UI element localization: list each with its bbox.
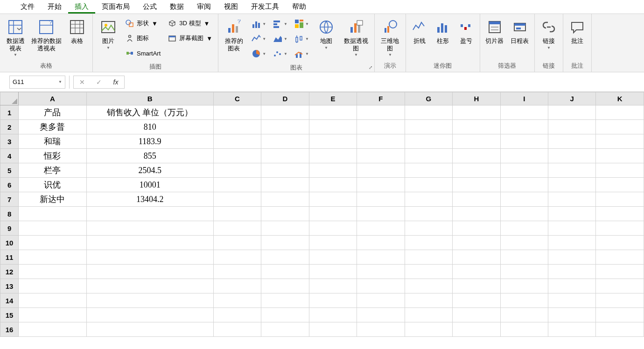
formula-input[interactable] xyxy=(125,76,644,89)
cell-I15[interactable] xyxy=(500,308,548,322)
cell-A16[interactable] xyxy=(19,322,86,337)
row-header-15[interactable]: 15 xyxy=(0,308,19,322)
row-header-3[interactable]: 3 xyxy=(0,134,19,149)
column-header-H[interactable]: H xyxy=(453,92,501,105)
shapes-button[interactable]: 形状 ▼ xyxy=(123,17,163,30)
cell-E16[interactable] xyxy=(309,322,357,337)
cell-D4[interactable] xyxy=(261,149,309,163)
cell-A9[interactable] xyxy=(19,221,86,236)
cell-K16[interactable] xyxy=(596,322,644,337)
column-header-E[interactable]: E xyxy=(309,92,357,105)
cell-H12[interactable] xyxy=(453,265,501,279)
pivot-chart-button[interactable]: 数据透视图 ▼ xyxy=(341,17,371,59)
cell-J3[interactable] xyxy=(548,134,596,149)
cell-J13[interactable] xyxy=(548,279,596,293)
spreadsheet-grid[interactable]: ABCDEFGHIJK1产品销售收入 单位（万元）2奥多普8103和瑞1183.… xyxy=(0,92,644,337)
cell-E11[interactable] xyxy=(309,250,357,265)
column-header-B[interactable]: B xyxy=(86,92,213,105)
cell-J14[interactable] xyxy=(548,293,596,308)
cell-B15[interactable] xyxy=(86,308,213,322)
cell-H1[interactable] xyxy=(453,105,501,120)
menu-home[interactable]: 开始 xyxy=(41,0,68,14)
cell-A12[interactable] xyxy=(19,265,86,279)
menu-formulas[interactable]: 公式 xyxy=(136,0,163,14)
cell-E9[interactable] xyxy=(309,221,357,236)
cell-C14[interactable] xyxy=(213,293,261,308)
cell-B3[interactable]: 1183.9 xyxy=(86,134,213,149)
cell-G8[interactable] xyxy=(405,207,453,221)
cell-G13[interactable] xyxy=(405,279,453,293)
comment-button[interactable]: 批注 xyxy=(566,17,588,47)
cell-G12[interactable] xyxy=(405,265,453,279)
cell-I6[interactable] xyxy=(500,178,548,192)
cell-A10[interactable] xyxy=(19,236,86,250)
cell-H11[interactable] xyxy=(453,250,501,265)
cell-B14[interactable] xyxy=(86,293,213,308)
cell-B6[interactable]: 10001 xyxy=(86,178,213,192)
row-header-1[interactable]: 1 xyxy=(0,105,19,120)
cell-F5[interactable] xyxy=(357,163,405,178)
cell-E10[interactable] xyxy=(309,236,357,250)
cell-D14[interactable] xyxy=(261,293,309,308)
enter-formula-button[interactable]: ✓ xyxy=(91,76,107,88)
menu-help[interactable]: 帮助 xyxy=(286,0,313,14)
cell-A15[interactable] xyxy=(19,308,86,322)
cell-K5[interactable] xyxy=(596,163,644,178)
cell-J6[interactable] xyxy=(548,178,596,192)
cell-B16[interactable] xyxy=(86,322,213,337)
cell-B5[interactable]: 2504.5 xyxy=(86,163,213,178)
cell-G11[interactable] xyxy=(405,250,453,265)
smartart-button[interactable]: SmartArt xyxy=(123,47,163,60)
cell-C13[interactable] xyxy=(213,279,261,293)
menu-view[interactable]: 视图 xyxy=(217,0,245,14)
cell-D12[interactable] xyxy=(261,265,309,279)
link-button[interactable]: 链接 ▼ xyxy=(538,17,560,52)
cell-B7[interactable]: 13404.2 xyxy=(86,192,213,207)
menu-file[interactable]: 文件 xyxy=(14,0,41,14)
cell-G3[interactable] xyxy=(405,134,453,149)
cell-I13[interactable] xyxy=(500,279,548,293)
cell-J10[interactable] xyxy=(548,236,596,250)
timeline-button[interactable]: 日程表 xyxy=(508,17,532,47)
row-header-7[interactable]: 7 xyxy=(0,192,19,207)
cell-I11[interactable] xyxy=(500,250,548,265)
combo-chart-button[interactable]: ▼ xyxy=(292,48,311,60)
cell-I10[interactable] xyxy=(500,236,548,250)
cell-I5[interactable] xyxy=(500,163,548,178)
cell-I12[interactable] xyxy=(500,265,548,279)
cell-D13[interactable] xyxy=(261,279,309,293)
cell-E2[interactable] xyxy=(309,120,357,134)
menu-data[interactable]: 数据 xyxy=(163,0,190,14)
cell-G5[interactable] xyxy=(405,163,453,178)
cell-A2[interactable]: 奥多普 xyxy=(19,120,86,134)
cell-H9[interactable] xyxy=(453,221,501,236)
cell-F8[interactable] xyxy=(357,207,405,221)
cell-I4[interactable] xyxy=(500,149,548,163)
cell-C16[interactable] xyxy=(213,322,261,337)
cell-H7[interactable] xyxy=(453,192,501,207)
cell-B11[interactable] xyxy=(86,250,213,265)
cell-J8[interactable] xyxy=(548,207,596,221)
column-header-J[interactable]: J xyxy=(548,92,596,105)
cell-D8[interactable] xyxy=(261,207,309,221)
cell-F15[interactable] xyxy=(357,308,405,322)
cell-D11[interactable] xyxy=(261,250,309,265)
cell-J2[interactable] xyxy=(548,120,596,134)
cell-K9[interactable] xyxy=(596,221,644,236)
cell-J16[interactable] xyxy=(548,322,596,337)
cell-K6[interactable] xyxy=(596,178,644,192)
table-button[interactable]: 表格 xyxy=(64,17,90,47)
cell-G14[interactable] xyxy=(405,293,453,308)
slicer-button[interactable]: 切片器 xyxy=(483,17,506,47)
cell-D7[interactable] xyxy=(261,192,309,207)
cell-F1[interactable] xyxy=(357,105,405,120)
cell-C7[interactable] xyxy=(213,192,261,207)
cell-I16[interactable] xyxy=(500,322,548,337)
cell-K2[interactable] xyxy=(596,120,644,134)
cell-C8[interactable] xyxy=(213,207,261,221)
sparkline-winloss-button[interactable]: 盈亏 xyxy=(455,17,477,47)
cell-I1[interactable] xyxy=(500,105,548,120)
cell-F13[interactable] xyxy=(357,279,405,293)
cell-D9[interactable] xyxy=(261,221,309,236)
cell-G2[interactable] xyxy=(405,120,453,134)
